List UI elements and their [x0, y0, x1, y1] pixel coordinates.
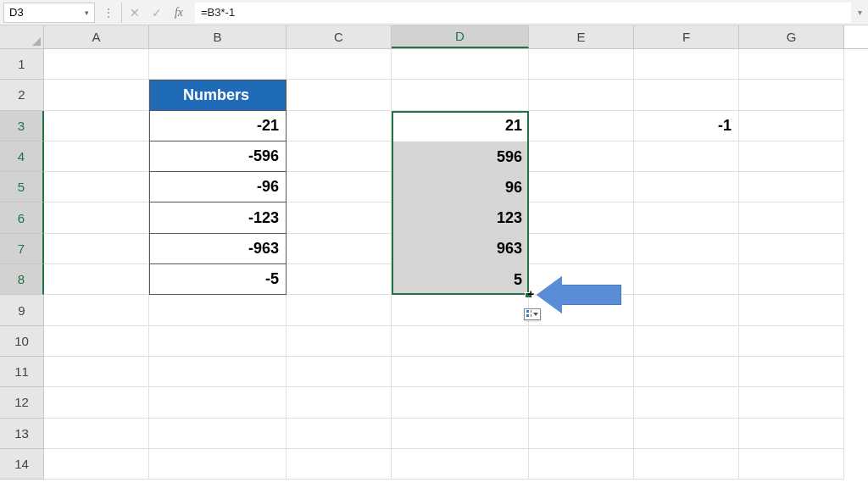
cell-F9[interactable] [634, 295, 739, 325]
cell-F12[interactable] [634, 387, 739, 418]
col-header-D[interactable]: D [392, 25, 529, 48]
insert-function-button[interactable]: fx [168, 3, 190, 23]
cell-E5[interactable] [529, 172, 634, 202]
cell-B11[interactable] [149, 357, 287, 387]
table-header[interactable]: Numbers [149, 80, 287, 110]
cell-A14[interactable] [44, 449, 149, 480]
cell-C4[interactable] [287, 141, 392, 172]
row-header-12[interactable]: 12 [0, 387, 44, 418]
cell-E6[interactable] [529, 202, 634, 233]
cell-D7[interactable]: 963 [392, 234, 529, 264]
cell-D14[interactable] [392, 449, 529, 480]
name-box-dropdown-icon[interactable]: ▾ [85, 8, 89, 17]
row-header-7[interactable]: 7 [0, 234, 44, 264]
cell-A10[interactable] [44, 326, 149, 357]
cell-A8[interactable] [44, 264, 149, 295]
col-header-B[interactable]: B [149, 25, 287, 48]
row-header-14[interactable]: 14 [0, 449, 44, 480]
cell-E11[interactable] [529, 357, 634, 387]
cell-A4[interactable] [44, 141, 149, 172]
row-header-9[interactable]: 9 [0, 295, 44, 325]
cell-G2[interactable] [739, 80, 844, 110]
cell-E9[interactable] [529, 295, 634, 325]
cell-B3[interactable]: -21 [149, 111, 287, 141]
cell-E8[interactable] [529, 264, 634, 295]
cell-A6[interactable] [44, 202, 149, 233]
cell-G13[interactable] [739, 419, 844, 449]
cell-F6[interactable] [634, 202, 739, 233]
cell-F7[interactable] [634, 234, 739, 264]
cell-F8[interactable] [634, 264, 739, 295]
row-header-13[interactable]: 13 [0, 419, 44, 449]
cell-A3[interactable] [44, 111, 149, 141]
cell-D6[interactable]: 123 [392, 202, 529, 233]
row-header-11[interactable]: 11 [0, 357, 44, 387]
cell-C6[interactable] [287, 202, 392, 233]
cell-A11[interactable] [44, 357, 149, 387]
cell-D11[interactable] [392, 357, 529, 387]
cell-E4[interactable] [529, 141, 634, 172]
cell-B14[interactable] [149, 449, 287, 480]
cell-F3[interactable]: -1 [634, 111, 739, 141]
col-header-E[interactable]: E [529, 25, 634, 48]
cell-A12[interactable] [44, 387, 149, 418]
row-header-6[interactable]: 6 [0, 202, 44, 233]
cell-E13[interactable] [529, 419, 634, 449]
cell-G10[interactable] [739, 326, 844, 357]
cell-A9[interactable] [44, 295, 149, 325]
cell-B9[interactable] [149, 295, 287, 325]
cell-E14[interactable] [529, 449, 634, 480]
cell-C2[interactable] [287, 80, 392, 110]
cell-F2[interactable] [634, 80, 739, 110]
cell-C12[interactable] [287, 387, 392, 418]
cell-C3[interactable] [287, 111, 392, 141]
col-header-A[interactable]: A [44, 25, 149, 48]
cell-A7[interactable] [44, 234, 149, 264]
cell-D12[interactable] [392, 387, 529, 418]
cell-G8[interactable] [739, 264, 844, 295]
cell-B10[interactable] [149, 326, 287, 357]
cell-E1[interactable] [529, 49, 634, 80]
cell-F11[interactable] [634, 357, 739, 387]
cell-A13[interactable] [44, 419, 149, 449]
cell-D9[interactable] [392, 295, 529, 325]
cell-C13[interactable] [287, 419, 392, 449]
cell-C8[interactable] [287, 264, 392, 295]
cell-C7[interactable] [287, 234, 392, 264]
cell-D5[interactable]: 96 [392, 172, 529, 202]
worksheet-grid[interactable]: A B C D E F G 1 2 Numbers [0, 25, 868, 488]
cell-G7[interactable] [739, 234, 844, 264]
row-header-3[interactable]: 3 [0, 111, 44, 141]
cell-E7[interactable] [529, 234, 634, 264]
cell-D1[interactable] [392, 49, 529, 80]
formula-input[interactable]: =B3*-1 [195, 3, 851, 23]
cell-B7[interactable]: -963 [149, 234, 287, 264]
cell-C9[interactable] [287, 295, 392, 325]
cell-D8[interactable]: 5 [392, 264, 529, 295]
col-header-G[interactable]: G [739, 25, 844, 48]
cell-B12[interactable] [149, 387, 287, 418]
cell-F13[interactable] [634, 419, 739, 449]
cell-G1[interactable] [739, 49, 844, 80]
cell-D2[interactable] [392, 80, 529, 110]
row-header-2[interactable]: 2 [0, 80, 44, 110]
row-header-10[interactable]: 10 [0, 326, 44, 357]
cell-A2[interactable] [44, 80, 149, 110]
cell-F14[interactable] [634, 449, 739, 480]
cell-B6[interactable]: -123 [149, 202, 287, 233]
cell-A1[interactable] [44, 49, 149, 80]
cell-B13[interactable] [149, 419, 287, 449]
cell-B8[interactable]: -5 [149, 264, 287, 295]
cell-D3[interactable]: 21 [392, 111, 529, 141]
cell-G11[interactable] [739, 357, 844, 387]
cell-G12[interactable] [739, 387, 844, 418]
cell-E12[interactable] [529, 387, 634, 418]
cell-B1[interactable] [149, 49, 287, 80]
col-header-C[interactable]: C [287, 25, 392, 48]
cell-C10[interactable] [287, 326, 392, 357]
cell-G9[interactable] [739, 295, 844, 325]
row-header-1[interactable]: 1 [0, 49, 44, 80]
select-all-button[interactable] [0, 25, 44, 48]
cell-E2[interactable] [529, 80, 634, 110]
cell-G6[interactable] [739, 202, 844, 233]
